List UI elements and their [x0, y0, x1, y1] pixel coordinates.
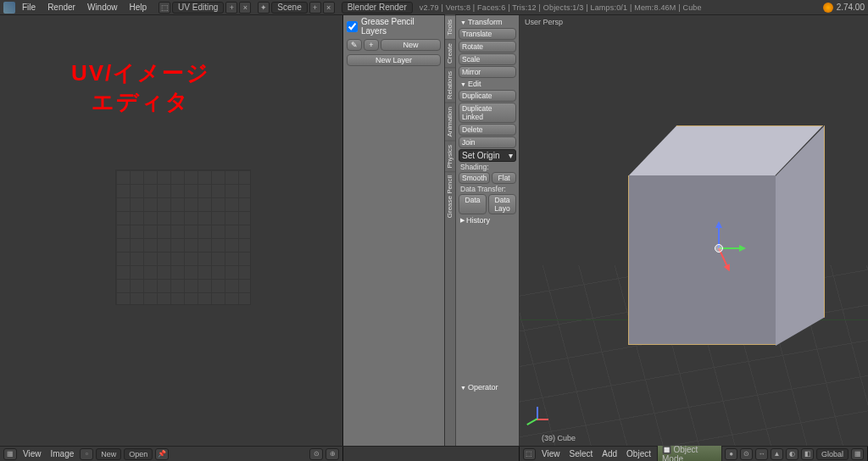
v3-menu-object[interactable]: Object — [623, 448, 654, 459]
section-operator[interactable]: Operator — [459, 382, 516, 392]
mini-axis-icon — [525, 407, 548, 430]
manipulator-toggle-icon[interactable]: ↔ — [755, 448, 768, 460]
orientation-dropdown[interactable]: Global — [816, 448, 849, 460]
new-layer-button[interactable]: New Layer — [347, 54, 441, 66]
gp-header-label: Grease Pencil Layers — [361, 17, 441, 36]
layers-icon[interactable]: ▦ — [851, 448, 864, 460]
datalayout-button[interactable]: Data Layo — [488, 194, 516, 214]
datatransfer-label: Data Transfer: — [459, 185, 516, 193]
manip-scale-icon[interactable]: ◧ — [801, 448, 814, 460]
uv-grid — [115, 169, 251, 305]
footer-headers: ▦ View Image ▫ New Open 📌 ⊙ ⊕ ⬚ View Sel… — [0, 446, 868, 461]
active-object-label: (39) Cube — [542, 434, 576, 442]
uv-editor-header: ▦ View Image ▫ New Open 📌 ⊙ ⊕ — [0, 447, 343, 461]
translate-button[interactable]: Translate — [459, 28, 516, 40]
manip-rotate-icon[interactable]: ◐ — [786, 448, 798, 460]
data-button[interactable]: Data — [459, 194, 487, 214]
tab-grease-pencil[interactable]: Grease Pencil — [445, 171, 455, 221]
pin-icon[interactable]: 📌 — [155, 448, 169, 460]
image-browse-icon[interactable]: ▫ — [80, 448, 93, 460]
v3-menu-select[interactable]: Select — [565, 448, 596, 459]
tool-shelf: Transform Translate Rotate Scale Mirror … — [456, 15, 520, 446]
gizmo-center[interactable] — [715, 244, 723, 253]
info-header: File Render Window Help ⬚ UV Editing + ×… — [0, 0, 868, 15]
update-logo-icon — [823, 3, 833, 13]
menu-help[interactable]: Help — [125, 1, 153, 14]
grease-pencil-panel: Grease Pencil Layers ✎ + New New Layer — [343, 15, 445, 446]
join-button[interactable]: Join — [459, 136, 516, 148]
manipulator-gizmo[interactable] — [693, 223, 744, 274]
gp-checkbox[interactable] — [347, 21, 358, 32]
scene-stats: v2.79 | Verts:8 | Faces:6 | Tris:12 | Ob… — [420, 3, 702, 12]
view-persp-label: User Persp — [525, 18, 563, 26]
smooth-button[interactable]: Smooth — [459, 172, 490, 184]
scene-icon[interactable]: ✦ — [258, 2, 270, 14]
section-edit[interactable]: Edit — [459, 79, 516, 89]
blender-logo-icon — [3, 2, 15, 14]
duplicate-linked-button[interactable]: Duplicate Linked — [459, 103, 516, 123]
3dview-header: ⬚ View Select Add Object 🔲 Object Mode ●… — [520, 447, 868, 461]
tool-tabs: Tools Create Relations Animation Physics… — [445, 15, 456, 446]
del-scene-icon[interactable]: × — [323, 2, 335, 14]
section-history[interactable]: History — [459, 215, 516, 225]
new-gp-button[interactable]: New — [381, 39, 441, 51]
annotation-uv: UV/イメージ エディタ — [71, 59, 210, 117]
v3-menu-add[interactable]: Add — [598, 448, 620, 459]
manip-translate-icon[interactable]: ▲ — [771, 448, 783, 460]
uv-editor-type-icon[interactable]: ▦ — [3, 448, 17, 460]
add-layout-icon[interactable]: + — [225, 2, 237, 14]
menu-window[interactable]: Window — [82, 1, 123, 14]
flat-button[interactable]: Flat — [492, 172, 516, 184]
screen-layout-dropdown[interactable]: UV Editing — [172, 2, 224, 14]
view3d-type-icon[interactable]: ⬚ — [523, 448, 536, 460]
set-origin-dropdown[interactable]: Set Origin▾ — [459, 149, 516, 162]
menu-file[interactable]: File — [17, 1, 41, 14]
uv-menu-image[interactable]: Image — [47, 448, 78, 459]
render-engine-dropdown[interactable]: Blender Render — [342, 2, 413, 14]
duplicate-button[interactable]: Duplicate — [459, 90, 516, 102]
snap-icon[interactable]: ⊕ — [326, 448, 339, 460]
tool-footer — [343, 447, 520, 461]
version-label: 2.74.00 — [837, 3, 865, 12]
tab-create[interactable]: Create — [445, 39, 455, 67]
pivot-icon[interactable]: ⊙ — [309, 448, 323, 460]
pivot-median-icon[interactable]: ⊙ — [740, 448, 753, 460]
3d-viewport[interactable]: User Persp (39) Cube 3D ビュー — [520, 15, 868, 446]
section-transform[interactable]: Transform — [459, 17, 516, 27]
menu-render[interactable]: Render — [42, 1, 81, 14]
delete-button[interactable]: Delete — [459, 124, 516, 136]
del-layout-icon[interactable]: × — [239, 2, 251, 14]
layout-icon[interactable]: ⬚ — [159, 2, 170, 14]
add-scene-icon[interactable]: + — [309, 2, 321, 14]
v3-menu-view[interactable]: View — [538, 448, 564, 459]
tab-animation[interactable]: Animation — [445, 103, 455, 141]
scene-dropdown[interactable]: Scene — [271, 2, 307, 14]
gp-header[interactable]: Grease Pencil Layers — [343, 15, 444, 37]
new-image-button[interactable]: New — [96, 448, 121, 460]
uv-menu-view[interactable]: View — [19, 448, 45, 459]
shading-label: Shading: — [459, 163, 516, 171]
pencil-icon[interactable]: ✎ — [347, 39, 362, 51]
tab-physics[interactable]: Physics — [445, 141, 455, 172]
add-gp-icon[interactable]: + — [364, 39, 379, 51]
rotate-button[interactable]: Rotate — [459, 41, 516, 53]
tab-relations[interactable]: Relations — [445, 67, 455, 103]
uv-image-editor[interactable]: UV/イメージ エディタ — [0, 15, 343, 446]
open-image-button[interactable]: Open — [124, 448, 153, 460]
scale-button[interactable]: Scale — [459, 53, 516, 65]
shading-solid-icon[interactable]: ● — [725, 448, 737, 460]
tab-tools[interactable]: Tools — [445, 15, 455, 39]
mirror-button[interactable]: Mirror — [459, 66, 516, 78]
